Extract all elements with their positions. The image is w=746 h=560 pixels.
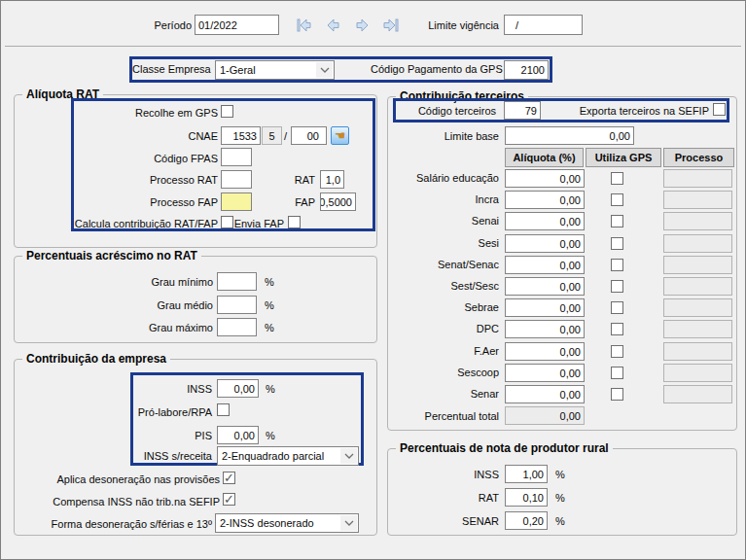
chevron-down-icon (340, 515, 357, 531)
rural-senar-field[interactable]: 0,20 (505, 511, 548, 530)
next-record-icon[interactable] (353, 17, 372, 34)
terceiros-aliquota-field[interactable]: 0,00 (505, 234, 585, 253)
terceiros-utiliza-gps-checkbox[interactable] (611, 193, 623, 206)
codigo-fpas-label: Código FPAS (118, 153, 218, 165)
terceiros-processo-field[interactable] (663, 320, 732, 338)
terceiros-utiliza-gps-checkbox[interactable] (611, 280, 623, 293)
previous-record-icon[interactable] (324, 17, 342, 34)
groupbox-title: Percentuais de nota de produtor rural (396, 441, 613, 455)
chevron-down-icon (316, 62, 333, 78)
processo-fap-label: Processo FAP (118, 196, 218, 209)
terceiros-aliquota-field[interactable]: 0,00 (505, 277, 585, 296)
terceiros-utiliza-gps-checkbox[interactable] (611, 237, 623, 250)
terceiros-utiliza-gps-checkbox[interactable] (611, 367, 623, 379)
processo-fap-field[interactable] (221, 192, 252, 211)
exporta-sefip-checkbox[interactable] (713, 103, 726, 116)
percent-sign: % (555, 515, 569, 528)
terceiros-aliquota-field[interactable]: 0,00 (505, 298, 585, 317)
inss-receita-label: INSS s/receita (127, 450, 212, 463)
terceiros-utiliza-gps-checkbox[interactable] (611, 323, 623, 335)
terceiros-aliquota-field[interactable]: 0,00 (505, 212, 585, 230)
rural-inss-field[interactable]: 1,00 (505, 465, 548, 483)
classe-empresa-dropdown[interactable]: 1-Geral (215, 60, 335, 80)
rural-senar-label: SENAR (429, 515, 499, 528)
grau-minimo-field[interactable] (217, 272, 257, 291)
codigo-fpas-field[interactable] (221, 148, 252, 166)
groupbox-title: Alíquota RAT (22, 88, 103, 101)
terceiros-row-label: Salário educação (380, 172, 499, 185)
fap-field[interactable]: 0,5000 (320, 192, 356, 211)
aplica-desoneracao-label: Aplica desoneração nas provisões (30, 473, 220, 486)
percent-sign: % (555, 469, 569, 481)
limite-base-field[interactable]: 0,00 (505, 126, 634, 145)
percent-sign: % (265, 299, 278, 312)
terceiros-processo-field[interactable] (663, 342, 732, 361)
grau-maximo-field[interactable] (217, 318, 257, 336)
forma-desoneracao-dropdown[interactable]: 2-INSS desonerado (215, 513, 359, 533)
terceiros-utiliza-gps-checkbox[interactable] (611, 259, 623, 271)
classe-empresa-label: Classe Empresa (132, 63, 210, 76)
cnae-lookup-icon[interactable]: ☚ (331, 126, 349, 145)
compensa-inss-checkbox[interactable] (223, 493, 235, 506)
column-header-aliquota: Alíquota (%) (505, 148, 584, 167)
inss-receita-value: 2-Enquadrado parcial (222, 450, 324, 462)
aplica-desoneracao-checkbox[interactable] (223, 472, 235, 484)
recolhe-gps-label: Recolhe em GPS (98, 107, 218, 120)
terceiros-utiliza-gps-checkbox[interactable] (611, 388, 623, 401)
compensa-inss-label: Compensa INSS não trib.na SEFIP (30, 496, 220, 508)
terceiros-aliquota-field[interactable]: 0,00 (505, 320, 585, 338)
last-record-icon[interactable] (382, 17, 401, 34)
fap-label: FAP (283, 196, 315, 209)
period-field[interactable]: 01/2022 (195, 15, 279, 35)
terceiros-utiliza-gps-checkbox[interactable] (611, 215, 623, 228)
prolabore-checkbox[interactable] (217, 403, 230, 416)
terceiros-utiliza-gps-checkbox[interactable] (611, 172, 623, 185)
envia-fap-checkbox[interactable] (288, 216, 301, 228)
limite-base-label: Limite base (409, 130, 499, 143)
rat-field[interactable]: 1,0 (320, 170, 344, 189)
terceiros-aliquota-field[interactable]: 0,00 (505, 256, 585, 274)
first-record-icon[interactable] (295, 17, 313, 34)
pis-field[interactable]: 0,00 (217, 426, 259, 444)
calcula-rat-fap-label: Calcula contribuição RAT/FAP (40, 218, 218, 230)
terceiros-utiliza-gps-checkbox[interactable] (611, 301, 623, 314)
limit-validity-field[interactable]: / (504, 15, 583, 35)
forma-desoneracao-value: 2-INSS desonerado (220, 517, 314, 529)
terceiros-processo-field[interactable] (663, 364, 732, 382)
cnae-field[interactable]: 1533 (221, 126, 261, 145)
divider (5, 46, 741, 47)
terceiros-processo-field[interactable] (663, 277, 732, 296)
grau-maximo-label: Grau máximo (118, 322, 213, 334)
terceiros-utiliza-gps-checkbox[interactable] (611, 345, 623, 358)
recolhe-gps-checkbox[interactable] (221, 105, 233, 118)
gps-payment-code-label: Código Pagamento da GPS (371, 63, 497, 76)
groupbox-title: Percentuais acréscimo no RAT (22, 249, 201, 262)
grau-medio-field[interactable] (217, 296, 257, 314)
percent-sign: % (265, 276, 278, 289)
inss-receita-dropdown[interactable]: 2-Enquadrado parcial (217, 446, 359, 466)
processo-rat-field[interactable] (221, 170, 252, 189)
period-label: Período (118, 19, 192, 32)
terceiros-aliquota-field[interactable]: 0,00 (505, 364, 585, 382)
forma-desoneracao-label: Forma desoneração s/férias e 13º (20, 518, 212, 531)
terceiros-aliquota-field[interactable]: 0,00 (505, 191, 585, 209)
terceiros-processo-field[interactable] (663, 169, 732, 188)
terceiros-processo-field[interactable] (663, 212, 732, 230)
terceiros-processo-field[interactable] (663, 298, 732, 317)
codigo-terceiros-label: Código terceiros (405, 105, 496, 118)
cnae-suffix-field[interactable]: 00 (291, 126, 327, 145)
pis-label: PIS (147, 430, 212, 442)
terceiros-processo-field[interactable] (663, 234, 732, 253)
terceiros-aliquota-field[interactable]: 0,00 (505, 169, 585, 188)
rural-rat-field[interactable]: 0,10 (505, 488, 548, 507)
terceiros-processo-field[interactable] (663, 385, 732, 403)
terceiros-processo-field[interactable] (663, 191, 732, 209)
terceiros-aliquota-field[interactable]: 0,00 (505, 385, 585, 403)
terceiros-processo-field[interactable] (663, 256, 732, 274)
rat-label: RAT (283, 174, 315, 187)
gps-payment-code-field[interactable]: 2100 (504, 60, 549, 80)
codigo-terceiros-field[interactable]: 79 (504, 101, 541, 120)
terceiros-aliquota-field[interactable]: 0,00 (505, 342, 585, 361)
inss-empresa-field[interactable]: 0,00 (217, 379, 259, 398)
terceiros-row-label: Sesi (380, 237, 499, 250)
